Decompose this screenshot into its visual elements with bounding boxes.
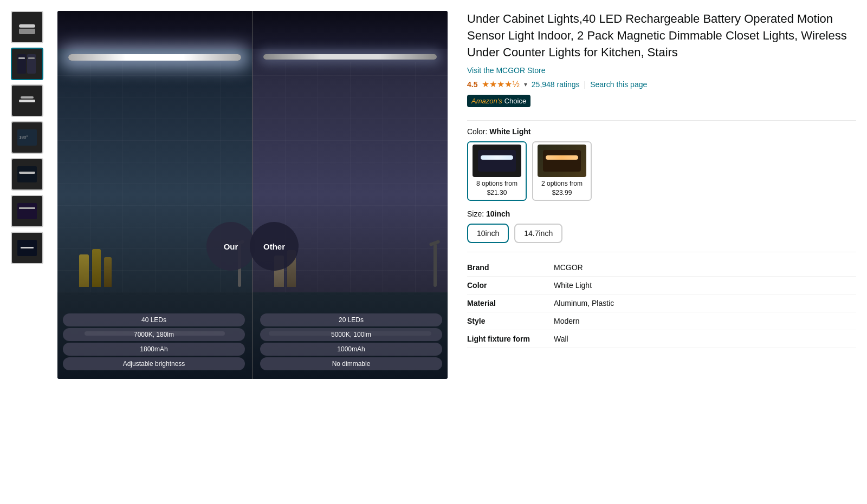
svg-rect-21	[546, 155, 578, 160]
main-product-image: Our Other 40 LEDs 20 LEDs 7000K, 180lm 5…	[57, 11, 448, 379]
thumbnail-6[interactable]	[11, 195, 43, 227]
comp-row-2-other: 5000K, 100lm	[260, 328, 442, 341]
comp-row-1-our: 40 LEDs	[63, 313, 245, 326]
specs-table: Brand MCGOR Color White Light Material A…	[467, 259, 856, 348]
spec-material: Material Aluminum, Plastic	[467, 294, 856, 312]
amazons-text: Amazon's	[471, 97, 502, 105]
spec-brand: Brand MCGOR	[467, 259, 856, 277]
product-title: Under Cabinet Lights,40 LED Rechargeable…	[467, 11, 856, 61]
store-link[interactable]: Visit the MCGOR Store	[467, 66, 856, 75]
comp-row-3-our: 1800mAh	[63, 343, 245, 356]
color-option-white-text: 8 options from $21.30	[470, 179, 523, 198]
product-details-panel: Under Cabinet Lights,40 LED Rechargeable…	[456, 11, 856, 379]
color-label: Color:	[467, 127, 487, 136]
comp-row-3-other: 1000mAh	[260, 343, 442, 356]
svg-rect-13	[19, 207, 35, 209]
size-10inch[interactable]: 10inch	[467, 224, 509, 243]
svg-rect-3	[27, 54, 36, 74]
amazons-choice-badge: Amazon's Choice	[467, 95, 530, 107]
comp-row-4-other: No dimmable	[260, 357, 442, 370]
spec-label-material: Material	[467, 299, 554, 307]
size-label: Size:	[467, 210, 484, 218]
color-option-white[interactable]: 8 options from $21.30	[467, 141, 527, 201]
thumbnail-7[interactable]	[11, 232, 43, 264]
star-rating: ★★★★½	[482, 79, 519, 89]
spec-value-brand: MCGOR	[554, 263, 583, 272]
spec-color: Color White Light	[467, 277, 856, 294]
svg-rect-10	[17, 166, 37, 182]
spec-value-style: Modern	[554, 317, 579, 325]
svg-rect-6	[19, 100, 35, 102]
thumbnail-list: 180°	[11, 11, 49, 379]
spec-label-brand: Brand	[467, 263, 554, 272]
svg-rect-5	[28, 57, 35, 59]
svg-rect-7	[21, 96, 34, 99]
search-page-link[interactable]: Search this page	[590, 80, 647, 89]
size-14-7inch[interactable]: 14.7inch	[514, 224, 562, 243]
thumbnail-5[interactable]	[11, 158, 43, 191]
svg-rect-4	[18, 57, 25, 59]
ratings-count[interactable]: 25,948 ratings	[532, 80, 580, 89]
spec-value-material: Aluminum, Plastic	[554, 299, 614, 307]
svg-rect-11	[19, 172, 35, 174]
size-label-row: Size: 10inch	[467, 210, 856, 218]
spec-label-fixture-form: Light fixture form	[467, 335, 554, 343]
svg-text:180°: 180°	[19, 135, 28, 140]
share-button[interactable]: ⬆	[438, 0, 448, 2]
size-options: 10inch 14.7inch	[467, 224, 856, 243]
separator-1	[467, 120, 856, 121]
svg-rect-16	[478, 150, 516, 172]
pipe-divider: |	[584, 80, 586, 89]
svg-rect-18	[481, 155, 513, 160]
svg-rect-15	[21, 247, 34, 248]
rating-dropdown[interactable]: ▾	[524, 81, 527, 88]
spec-value-color: White Light	[554, 281, 592, 290]
comp-row-4-our: Adjustable brightness	[63, 357, 245, 370]
color-value: White Light	[489, 127, 530, 136]
color-options: 8 options from $21.30 2 options from $23…	[467, 141, 856, 201]
comp-row-2-our: 7000K, 180lm	[63, 328, 245, 341]
spec-label-color: Color	[467, 281, 554, 290]
svg-rect-2	[17, 54, 26, 74]
separator-2	[467, 252, 856, 252]
thumbnail-4[interactable]: 180°	[11, 121, 43, 154]
thumbnail-2[interactable]	[11, 48, 43, 80]
thumbnail-1[interactable]	[11, 11, 43, 43]
spec-label-style: Style	[467, 317, 554, 325]
main-image-area: ⬆	[57, 11, 448, 379]
rating-row: 4.5 ★★★★½ ▾ 25,948 ratings | Search this…	[467, 79, 856, 89]
size-value: 10inch	[486, 210, 510, 218]
spec-value-fixture-form: Wall	[554, 335, 568, 343]
comp-row-1-other: 20 LEDs	[260, 313, 442, 326]
svg-rect-1	[19, 29, 35, 34]
svg-rect-0	[19, 24, 35, 28]
other-label: Other	[263, 242, 285, 251]
color-option-warm-text: 2 options from $23.99	[535, 179, 588, 198]
color-img-warm	[538, 145, 586, 177]
thumbnail-3[interactable]	[11, 84, 43, 117]
color-label-row: Color: White Light	[467, 127, 856, 136]
svg-rect-19	[543, 150, 581, 172]
spec-style: Style Modern	[467, 312, 856, 330]
svg-rect-12	[17, 203, 37, 219]
spec-fixture-form: Light fixture form Wall	[467, 330, 856, 348]
color-img-white	[473, 145, 521, 177]
our-label: Our	[224, 242, 238, 251]
choice-label: Choice	[504, 97, 526, 105]
color-option-warm[interactable]: 2 options from $23.99	[532, 141, 592, 201]
rating-number: 4.5	[467, 80, 477, 89]
